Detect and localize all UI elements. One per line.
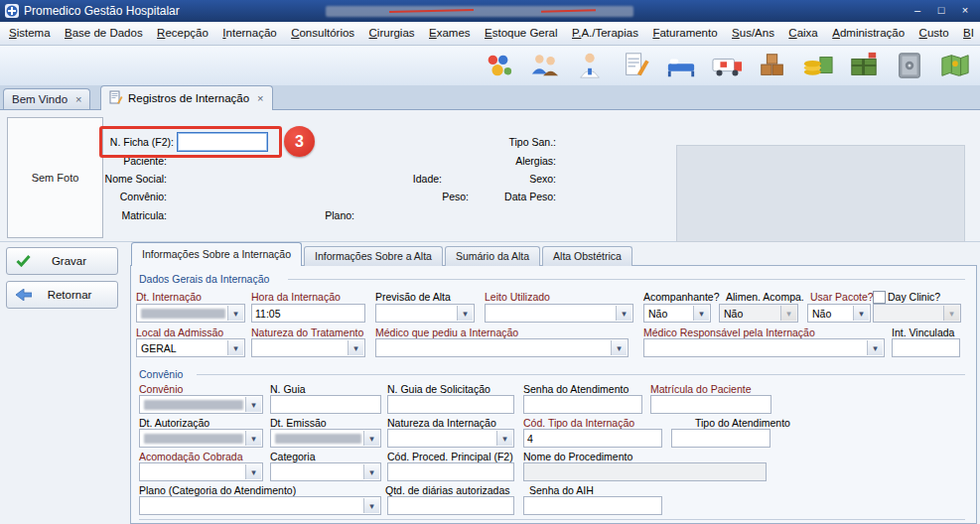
menu-item-recepcao[interactable]: Recepção [152, 22, 213, 45]
tab-informacoes-internacao[interactable]: Informações Sobre a Internação [131, 242, 302, 266]
dropdown-arrow-icon[interactable] [245, 431, 261, 446]
tab-close-icon[interactable]: × [75, 93, 81, 105]
dropdown-arrow-icon[interactable] [780, 306, 796, 321]
n-guia-input[interactable] [270, 395, 381, 414]
menu-item-caixa[interactable]: Caixa [783, 22, 822, 45]
tipo-atendimento-input[interactable] [671, 429, 770, 448]
prescription-icon[interactable] [617, 48, 654, 82]
group-line [288, 279, 965, 280]
convenio-label: Convênio [139, 383, 183, 395]
tab-alta-obstetrica[interactable]: Alta Obstétrica [542, 246, 632, 266]
matricula-paciente-input[interactable] [650, 395, 771, 414]
redacted-value [144, 400, 243, 410]
close-button[interactable]: × [953, 3, 977, 19]
nome-procedimento-label: Nome do Procedimento [523, 451, 632, 462]
previsao-alta-combo[interactable] [375, 304, 475, 323]
doctor-icon[interactable] [571, 48, 609, 82]
patients-icon[interactable] [525, 48, 563, 82]
next-group-divider [139, 519, 965, 520]
document-tab-bar: Bem Vindo × Registros de Internação × [0, 85, 980, 109]
n-guia-solicitacao-label: N. Guia de Solicitação [387, 383, 490, 395]
dropdown-arrow-icon[interactable] [616, 306, 631, 321]
menu-item-base-de-dados[interactable]: Base de Dados [60, 22, 148, 45]
hora-internacao-input[interactable] [251, 304, 365, 323]
menu-item-estoque-geral[interactable]: Estoque Geral [480, 22, 563, 45]
supplies-icon[interactable] [845, 48, 883, 82]
acomodacao-cobrada-combo[interactable] [139, 462, 263, 481]
dt-internacao-label: Dt. Internação [136, 291, 202, 303]
menu-item-custo[interactable]: Custo [914, 22, 954, 45]
dropdown-arrow-icon[interactable] [943, 306, 959, 321]
menu-item-sistema[interactable]: Sistema [4, 22, 56, 45]
hospital-bed-icon[interactable] [662, 48, 700, 82]
dropdown-arrow-icon[interactable] [363, 431, 379, 446]
menu-item-exames[interactable]: Exames [424, 22, 476, 45]
dt-internacao-combo[interactable] [136, 304, 245, 323]
cod-proced-principal-input[interactable] [387, 462, 514, 481]
n-guia-solicitacao-input[interactable] [387, 395, 514, 414]
menu-item-internacao[interactable]: Internação [217, 22, 281, 45]
int-vinculada-input[interactable] [892, 338, 960, 357]
medico-responsavel-combo[interactable] [643, 338, 885, 357]
online-users-icon[interactable] [480, 48, 517, 82]
dropdown-arrow-icon[interactable] [245, 464, 261, 479]
gravar-button[interactable]: Gravar [6, 247, 118, 275]
natureza-internacao-combo[interactable] [387, 429, 514, 448]
billing-icon[interactable] [799, 48, 837, 82]
alimen-acompa-combo[interactable]: Não [719, 304, 798, 323]
tab-informacoes-alta[interactable]: Informações Sobre a Alta [304, 246, 443, 266]
nome-social-label: Nome Social: [87, 173, 167, 185]
retornar-button[interactable]: Retornar [6, 281, 118, 309]
safe-icon[interactable] [891, 48, 928, 82]
menu-item-sus-ans[interactable]: Sus/Ans [727, 22, 779, 45]
ambulance-icon[interactable] [708, 48, 746, 82]
dropdown-arrow-icon[interactable] [227, 340, 243, 355]
usar-pacote-combo[interactable]: Não [807, 304, 871, 323]
convenio-combo[interactable] [139, 395, 263, 414]
dropdown-arrow-icon[interactable] [496, 431, 512, 446]
plano-categoria-combo[interactable] [139, 496, 381, 515]
convenio-header-label: Convênio: [97, 191, 167, 202]
natureza-tratamento-combo[interactable] [251, 338, 365, 357]
menu-item-bi[interactable]: BI [958, 22, 979, 45]
qtd-diarias-input[interactable] [387, 496, 514, 515]
minimize-button[interactable]: – [906, 3, 929, 19]
tab-registros-internacao[interactable]: Registros de Internação × [100, 85, 273, 110]
menu-item-faturamento[interactable]: Faturamento [647, 22, 722, 45]
info-panel [676, 145, 965, 242]
menu-item-pa-terapias[interactable]: P.A./Terapias [567, 22, 643, 45]
day-clinic-combo[interactable] [873, 304, 961, 323]
map-icon[interactable] [936, 48, 974, 82]
tab-sumario-alta[interactable]: Sumário da Alta [445, 246, 540, 266]
dropdown-arrow-icon[interactable] [227, 306, 243, 321]
dropdown-arrow-icon[interactable] [867, 340, 883, 355]
dropdown-arrow-icon[interactable] [363, 498, 379, 513]
dropdown-arrow-icon[interactable] [693, 306, 709, 321]
tab-bem-vindo[interactable]: Bem Vindo × [3, 88, 90, 109]
categoria-combo[interactable] [270, 462, 381, 481]
cod-tipo-internacao-input[interactable] [523, 429, 662, 448]
medico-pediu-combo[interactable] [375, 338, 629, 357]
dropdown-arrow-icon[interactable] [348, 340, 363, 355]
dropdown-arrow-icon[interactable] [611, 340, 627, 355]
day-clinic-checkbox[interactable] [873, 291, 886, 304]
leito-utilizado-combo[interactable] [485, 304, 633, 323]
dropdown-arrow-icon[interactable] [457, 306, 473, 321]
dt-emissao-combo[interactable] [270, 429, 381, 448]
senha-aih-input[interactable] [523, 496, 662, 515]
dropdown-arrow-icon[interactable] [363, 464, 379, 479]
dropdown-arrow-icon[interactable] [853, 306, 869, 321]
senha-atendimento-input[interactable] [523, 395, 642, 414]
dt-autorizacao-combo[interactable] [139, 429, 263, 448]
retornar-label: Retornar [38, 289, 101, 301]
maximize-button[interactable]: □ [929, 3, 953, 19]
menu-item-administracao[interactable]: Administração [827, 22, 910, 45]
stock-icon[interactable] [754, 48, 791, 82]
local-admissao-combo[interactable]: GERAL [136, 338, 245, 357]
menu-item-cirurgias[interactable]: Cirurgias [364, 22, 420, 45]
sexo-label: Sexo: [487, 173, 556, 185]
acompanhante-combo[interactable]: Não [643, 304, 711, 323]
dropdown-arrow-icon[interactable] [245, 397, 261, 412]
tab-close-icon[interactable]: × [257, 92, 263, 104]
menu-item-consultorios[interactable]: Consultórios [286, 22, 359, 45]
